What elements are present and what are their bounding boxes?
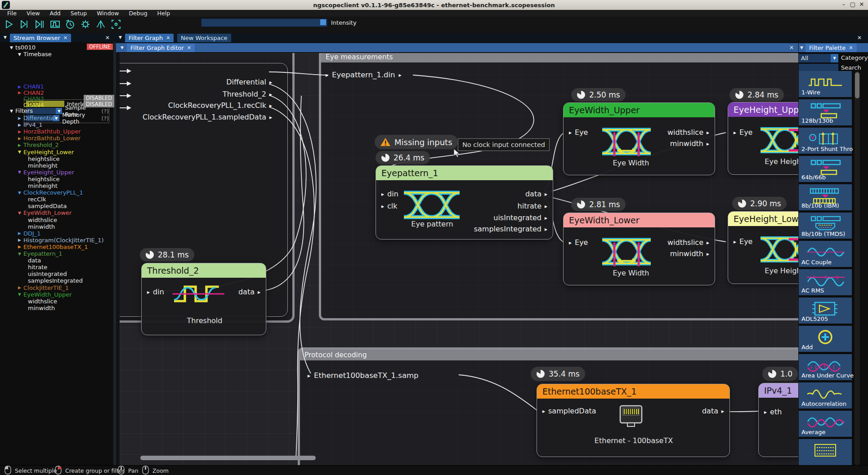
expand-arrow-icon[interactable]: ▶ (17, 143, 22, 147)
collapse-arrow-icon[interactable]: ▼ (4, 35, 7, 40)
node-title[interactable]: Ethernet100baseTX_1 (537, 384, 729, 399)
palette-item[interactable]: 64b/66b (799, 156, 852, 182)
output-port[interactable]: minwidth▸ (660, 139, 709, 148)
node-title[interactable]: Eyepattern_1 (376, 166, 553, 180)
window-titlebar[interactable]: ngscopeclient v0.1.1-96-g85e63849c - eth… (0, 0, 868, 10)
io-label-ethernet-samp[interactable]: ▸ Ethernet100baseTX_1.samp (308, 371, 419, 380)
node-eyeheight-lower[interactable]: EyeHeight_Lower ▸Eye Eye Height (728, 211, 798, 284)
filter-tree-item[interactable]: ▶ClockJitterTIE_1 (17, 284, 130, 291)
filter-tree-item[interactable]: ▶IPv4_1 (17, 121, 130, 128)
input-port[interactable]: ▸Eye (734, 237, 752, 246)
node-ipv4[interactable]: IPv4_1 ▸eth (758, 383, 798, 457)
node-title[interactable]: EyeWidth_Lower (564, 213, 715, 227)
expand-arrow-icon[interactable]: ▼ (17, 52, 22, 57)
filter-tree-item[interactable]: ▼EyeHeight_Lower (17, 149, 130, 155)
tab-new-workspace[interactable]: New Workspace (177, 34, 231, 42)
fit-view-icon[interactable] (110, 18, 122, 31)
tab-filter-graph[interactable]: Filter Graph ✕ (125, 34, 174, 42)
warning-badge[interactable]: Missing inputs (375, 135, 458, 149)
menu-setup[interactable]: Setup (66, 10, 91, 17)
palette-item[interactable] (799, 439, 852, 465)
input-port[interactable]: ▸Eye (734, 128, 752, 137)
filter-tree-item[interactable]: ▶Ethernet100baseTX_1 (17, 244, 130, 250)
expand-arrow-icon[interactable]: ▶ (17, 123, 22, 127)
close-button[interactable]: ✕ (857, 1, 866, 8)
palette-item[interactable]: Area Under Curve (799, 354, 852, 380)
menu-add[interactable]: Add (45, 10, 65, 17)
collapse-arrow-icon[interactable]: ▼ (119, 35, 122, 40)
expand-arrow-icon[interactable]: ▶ (17, 244, 22, 249)
filter-tree-item[interactable]: ▼EyeWidth_Lower (17, 209, 130, 216)
filter-graph-canvas[interactable]: Eye measurements Protocol decoding Diffe… (120, 53, 798, 465)
output-port[interactable]: widthslice▸ (660, 238, 709, 247)
intensity-slider-grab[interactable] (320, 19, 326, 25)
palette-item[interactable]: AC RMS (799, 269, 852, 295)
node-threshold-2[interactable]: Threshold_2 ▸din data▸ Threshold (141, 263, 266, 335)
node-eyeheight-upper[interactable]: EyeHeight_Upper ▸Eye Eye Height (728, 102, 798, 175)
expand-arrow-icon[interactable]: ▼ (9, 45, 14, 50)
output-port[interactable]: data▸ (224, 288, 260, 296)
single-trigger-icon[interactable] (18, 18, 31, 31)
filter-tree-item[interactable]: ▼EyeHeight_Upper (17, 169, 130, 176)
expand-arrow-icon[interactable]: ▶ (17, 129, 22, 134)
palette-scrollbar[interactable] (855, 71, 860, 465)
menu-file[interactable]: File (3, 10, 21, 17)
close-icon[interactable]: ✕ (187, 45, 191, 51)
node-eyewidth-lower[interactable]: EyeWidth_Lower ▸Eye widthslice▸ minwidth… (563, 213, 715, 285)
close-icon[interactable]: ✕ (789, 44, 794, 51)
node-title[interactable]: Threshold_2 (142, 263, 266, 278)
chevron-down-icon[interactable]: ▼ (831, 54, 838, 62)
expand-arrow-icon[interactable]: ▶ (17, 116, 22, 120)
filter-tree-item[interactable]: ▶HorzBathtub_Upper (17, 128, 130, 135)
expand-arrow-icon[interactable]: ▼ (9, 109, 14, 113)
output-port[interactable]: ClockRecoveryPLL_1.recClk▸ (124, 101, 272, 110)
tab-filter-palette[interactable]: Filter Palette ✕ (805, 44, 857, 52)
menu-view[interactable]: View (22, 10, 45, 17)
output-port[interactable]: data▸ (462, 190, 547, 198)
output-port[interactable]: ClockRecoveryPLL_1.sampledData▸ (120, 113, 272, 121)
expand-arrow-icon[interactable]: ▼ (17, 252, 22, 256)
node-eyepattern-1[interactable]: Eyepattern_1 ▸din ▸clk data▸ hitrate▸ ui… (376, 165, 553, 240)
group-title[interactable]: Protocol decoding (300, 350, 798, 360)
input-port[interactable]: ▸din (147, 288, 164, 296)
expand-arrow-icon[interactable]: ▼ (17, 191, 22, 195)
filter-tree-item[interactable]: ▼Eyepattern_1 (17, 250, 130, 257)
menu-debug[interactable]: Debug (124, 10, 152, 17)
arm-trigger-icon[interactable] (3, 18, 15, 31)
filter-tree-item[interactable]: ▶Threshold_2 (17, 142, 130, 148)
menu-window[interactable]: Window (92, 10, 123, 17)
category-dropdown[interactable]: All ▼ (799, 54, 838, 62)
trigger-pulse-icon[interactable] (94, 18, 107, 31)
input-port[interactable]: ▸Eye (569, 128, 588, 137)
collapse-arrow-icon[interactable]: ▼ (800, 45, 803, 50)
palette-item[interactable]: 8b/10b (IBM) (799, 184, 852, 210)
timebase-tree-item[interactable]: ▼Timebase (17, 51, 130, 58)
expand-arrow-icon[interactable]: ▶ (17, 238, 22, 242)
palette-item[interactable]: 8b/10b (TMDS) (799, 213, 852, 239)
output-port[interactable]: minwidth▸ (660, 249, 709, 258)
expand-arrow-icon[interactable]: ▼ (17, 170, 22, 174)
group-title[interactable]: Eye measurements (321, 53, 798, 62)
palette-item[interactable]: Autocorrelation (799, 382, 852, 408)
close-icon[interactable]: ✕ (849, 45, 853, 51)
filter-tree-item[interactable]: ▼ClockRecoveryPLL_1 (17, 189, 130, 196)
output-port[interactable]: Threshold_2▸ (137, 90, 272, 98)
input-port[interactable]: ▸eth (764, 408, 782, 416)
input-port[interactable]: ▸din (381, 190, 398, 198)
close-icon[interactable]: ✕ (166, 35, 170, 41)
expand-arrow-icon[interactable]: ▶ (17, 90, 22, 95)
output-port[interactable]: data▸ (688, 407, 724, 415)
node-title[interactable]: EyeHeight_Upper (728, 102, 798, 117)
filter-tree-item[interactable]: ▶HorzBathtub_Lower (17, 135, 130, 142)
expand-arrow-icon[interactable]: ▼ (17, 211, 22, 215)
close-icon[interactable]: ✕ (63, 35, 67, 41)
node-title[interactable]: IPv4_1 (759, 383, 798, 398)
filter-tree-item[interactable]: ▶Differential (17, 115, 130, 121)
history-icon[interactable] (64, 18, 76, 31)
palette-item[interactable]: AC Couple (799, 241, 852, 267)
io-label-eyepattern-din[interactable]: ▸ Eyepattern_1.din ▸ (326, 71, 402, 79)
minimize-button[interactable]: – (839, 1, 848, 8)
palette-item[interactable]: 128b/130b (799, 99, 852, 125)
node-eyewidth-upper[interactable]: EyeWidth_Upper ▸Eye widthslice▸ minwidth… (563, 102, 715, 175)
maximize-button[interactable]: ▢ (848, 1, 857, 8)
